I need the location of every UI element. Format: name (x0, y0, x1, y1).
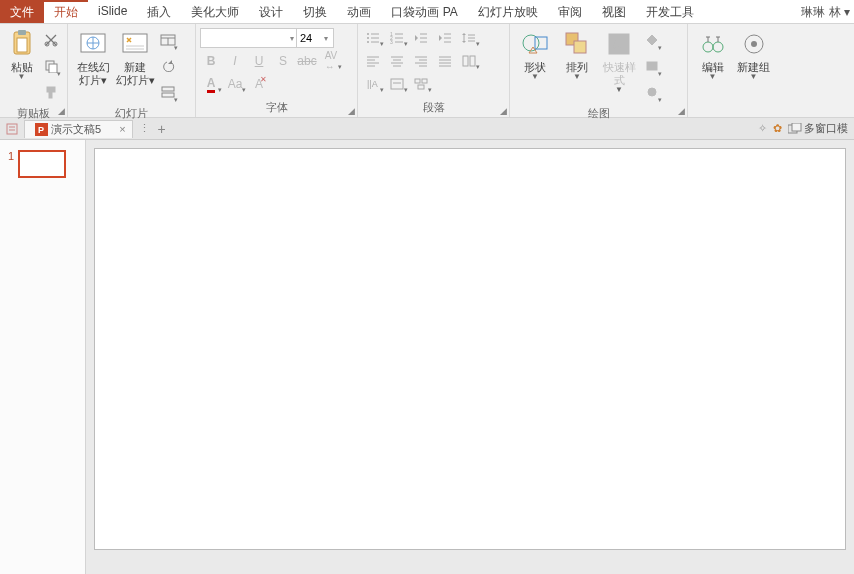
font-group-label: 字体 (200, 100, 353, 117)
tab-insert[interactable]: 插入 (137, 0, 181, 23)
multi-window-button[interactable]: 多窗口模 (788, 121, 848, 136)
increase-indent-button[interactable] (434, 28, 456, 48)
slide-canvas-area[interactable] (86, 140, 854, 574)
line-spacing-button[interactable] (458, 28, 480, 48)
tab-file[interactable]: 文件 (0, 0, 44, 23)
tab-animation[interactable]: 动画 (337, 0, 381, 23)
arrange-button[interactable]: 排列 ▼ (556, 26, 598, 82)
tab-review[interactable]: 审阅 (548, 0, 592, 23)
chevron-down-icon: ▼ (573, 74, 581, 80)
slide-canvas[interactable] (94, 148, 846, 550)
bullets-button[interactable] (362, 28, 384, 48)
svg-rect-18 (162, 93, 174, 97)
section-button[interactable] (158, 80, 178, 104)
chevron-down-icon: ▼ (531, 74, 539, 80)
pin-icon[interactable]: ✧ (758, 122, 767, 135)
align-left-button[interactable] (362, 51, 384, 71)
shapes-button[interactable]: 形状 ▼ (514, 26, 556, 82)
font-size-input[interactable] (296, 28, 334, 48)
tab-menu-button[interactable]: ⋮ (139, 122, 150, 135)
font-dialog-launcher[interactable]: ◢ (346, 106, 356, 116)
svg-rect-68 (574, 41, 586, 53)
tab-islide[interactable]: iSlide (88, 0, 137, 23)
svg-text:3: 3 (390, 39, 393, 44)
online-slide-button[interactable]: 在线幻 灯片▾ (72, 26, 114, 89)
slide-thumbnail[interactable]: 1 (8, 150, 85, 178)
paste-button[interactable]: 粘贴 ▼ (4, 26, 39, 82)
new-group-icon (738, 28, 770, 60)
paragraph-group-label: 段落 (362, 100, 505, 117)
italic-button[interactable]: I (224, 51, 246, 71)
paragraph-dialog-launcher[interactable]: ◢ (498, 106, 508, 116)
layout-button[interactable] (158, 28, 178, 52)
chevron-down-icon: ▼ (615, 87, 623, 93)
smartart-button[interactable] (410, 74, 432, 94)
quick-styles-button: A 快速样式 ▼ (598, 26, 640, 95)
edit-button[interactable]: 编辑 ▼ (692, 26, 733, 82)
new-slide-icon (119, 28, 151, 60)
svg-rect-17 (162, 87, 174, 91)
svg-rect-62 (415, 79, 420, 83)
shapes-icon (519, 28, 551, 60)
workspace: 1 (0, 140, 854, 574)
underline-button[interactable]: U (248, 51, 270, 71)
bold-button[interactable]: B (200, 51, 222, 71)
align-center-button[interactable] (386, 51, 408, 71)
reset-slide-button[interactable] (158, 54, 178, 78)
drawing-dialog-launcher[interactable]: ◢ (676, 106, 686, 116)
shadow-button[interactable]: S (272, 51, 294, 71)
settings-icon[interactable]: ✿ (773, 122, 782, 135)
align-text-button[interactable] (386, 74, 408, 94)
numbering-button[interactable]: 123 (386, 28, 408, 48)
new-slide-label: 新建 幻灯片▾ (116, 61, 155, 87)
svg-rect-63 (422, 79, 427, 83)
cut-button[interactable] (41, 28, 61, 52)
justify-button[interactable] (434, 51, 456, 71)
tab-home[interactable]: 开始 (44, 0, 88, 23)
tab-design[interactable]: 设计 (249, 0, 293, 23)
change-case-button[interactable]: Aa (224, 74, 246, 94)
slide-thumbnails-panel[interactable]: 1 (0, 140, 86, 574)
new-slide-button[interactable]: 新建 幻灯片▾ (114, 26, 156, 89)
svg-rect-83 (792, 123, 801, 131)
align-right-button[interactable] (410, 51, 432, 71)
svg-rect-58 (470, 56, 475, 66)
powerpoint-icon: P (34, 122, 48, 136)
svg-rect-60 (391, 79, 403, 89)
tab-slideshow[interactable]: 幻灯片放映 (468, 0, 548, 23)
chevron-down-icon: ▼ (750, 74, 758, 80)
char-spacing-button[interactable]: AV↔ (320, 51, 342, 71)
text-direction-button[interactable]: ||A (362, 74, 384, 94)
close-tab-button[interactable]: × (119, 123, 125, 135)
strikethrough-button[interactable]: abc (296, 51, 318, 71)
clear-format-button[interactable]: A✕ (248, 74, 270, 94)
menu-tabbar: 文件 开始 iSlide 插入 美化大师 设计 切换 动画 口袋动画 PA 幻灯… (0, 0, 854, 24)
tab-pocket-animation[interactable]: 口袋动画 PA (381, 0, 467, 23)
clipboard-dialog-launcher[interactable]: ◢ (56, 106, 66, 116)
decrease-indent-button[interactable] (410, 28, 432, 48)
svg-rect-66 (535, 37, 547, 49)
tab-developer[interactable]: 开发工具 (636, 0, 704, 23)
thumbnail-preview[interactable] (18, 150, 66, 178)
svg-point-74 (713, 42, 723, 52)
font-color-button[interactable]: A (200, 74, 222, 94)
copy-button[interactable] (41, 54, 61, 78)
columns-button[interactable] (458, 51, 480, 71)
new-group-button[interactable]: 新建组 ▼ (733, 26, 774, 82)
svg-rect-2 (17, 38, 27, 52)
svg-point-76 (751, 41, 757, 47)
tab-transition[interactable]: 切换 (293, 0, 337, 23)
quick-styles-label: 快速样式 (598, 61, 640, 87)
svg-point-23 (367, 41, 369, 43)
user-account[interactable]: 琳琳 林 ▾ (797, 0, 854, 23)
format-painter-button (41, 80, 61, 104)
font-family-input[interactable] (200, 28, 300, 48)
shape-outline-button (642, 54, 662, 78)
outline-view-icon[interactable] (5, 122, 19, 136)
tab-view[interactable]: 视图 (592, 0, 636, 23)
clipboard-icon (6, 28, 38, 60)
drawing-group-label: 绘图 (514, 106, 683, 123)
svg-rect-7 (47, 87, 55, 92)
tab-beautify[interactable]: 美化大师 (181, 0, 249, 23)
svg-point-72 (648, 88, 656, 96)
